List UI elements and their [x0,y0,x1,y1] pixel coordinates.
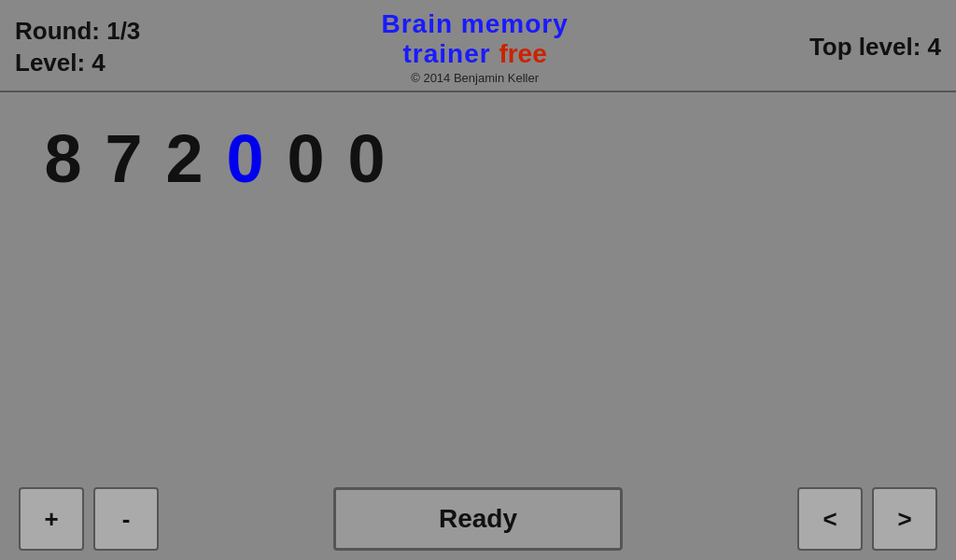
ready-button[interactable]: Ready [333,487,623,551]
digit-0: 8 [37,120,89,197]
minus-button[interactable]: - [93,487,159,551]
title-text-2: trainer [402,39,499,68]
round-label: Round: 1/3 [15,16,140,48]
digit-5: 0 [341,120,392,197]
bottom-bar: + - Ready < > [0,478,956,560]
digit-2: 2 [159,120,210,197]
right-controls: < > [797,487,937,551]
title-text-1: Brain memory [381,9,568,38]
title-line-2: trainer free [140,39,809,69]
next-button[interactable]: > [872,487,937,551]
top-level-label: Top level: 4 [809,33,941,62]
app-header: Round: 1/3 Level: 4 Brain memory trainer… [0,0,956,92]
main-area: 872000 [0,92,956,216]
round-level-info: Round: 1/3 Level: 4 [15,16,140,79]
digit-3: 0 [219,120,271,197]
copyright-text: © 2014 Benjamin Keller [140,71,809,85]
level-label: Level: 4 [15,48,140,79]
title-free: free [499,39,546,68]
plus-button[interactable]: + [19,487,84,551]
number-display: 872000 [28,120,928,197]
left-controls: + - [19,487,159,551]
digit-4: 0 [280,120,331,197]
digit-1: 7 [98,120,149,197]
title-line: Brain memory [140,9,809,39]
app-title: Brain memory trainer free © 2014 Benjami… [140,9,809,85]
prev-button[interactable]: < [797,487,863,551]
